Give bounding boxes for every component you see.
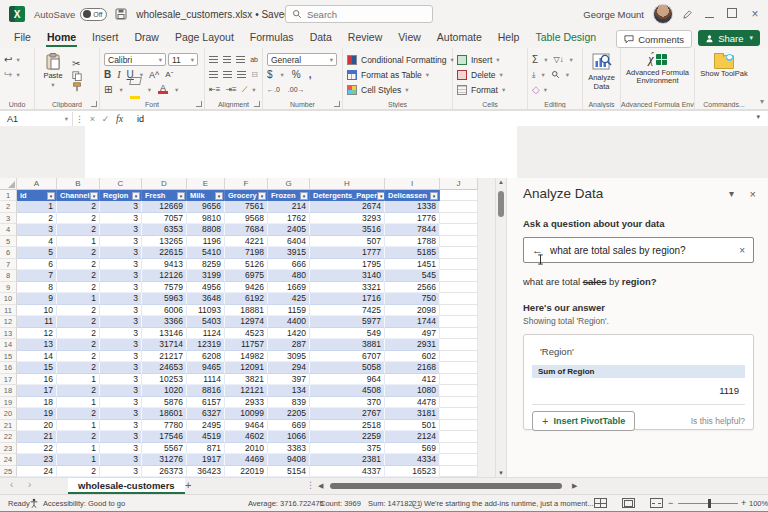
shrink-font-icon[interactable]: Aˇ bbox=[165, 69, 173, 81]
cell[interactable]: 497 bbox=[385, 328, 440, 340]
cell[interactable]: 1 bbox=[57, 374, 100, 386]
restore-icon[interactable] bbox=[725, 7, 739, 21]
empty-cell[interactable] bbox=[440, 328, 478, 340]
paste-dropdown-icon[interactable]: ▾ bbox=[51, 81, 54, 88]
cell[interactable]: 569 bbox=[385, 443, 440, 455]
empty-cell[interactable] bbox=[440, 213, 478, 225]
row-header-2[interactable]: 2 bbox=[0, 201, 17, 213]
empty-cell[interactable] bbox=[440, 316, 478, 328]
ribbon-tab-insert[interactable]: Insert bbox=[84, 28, 126, 48]
cell[interactable]: 1 bbox=[57, 443, 100, 455]
column-header-B[interactable]: B bbox=[57, 178, 100, 190]
currency-dropdown-icon[interactable]: ▾ bbox=[281, 71, 284, 79]
row-header-5[interactable]: 5 bbox=[0, 236, 17, 248]
cell[interactable]: 7780 bbox=[142, 420, 187, 432]
cell[interactable]: 2 bbox=[57, 259, 100, 271]
cell[interactable]: 22 bbox=[17, 443, 57, 455]
pane-collapse-icon[interactable]: ▾ bbox=[729, 188, 734, 199]
format-painter-icon[interactable] bbox=[72, 82, 82, 92]
vertical-scrollbar[interactable]: ▲ ▼ bbox=[495, 178, 506, 477]
bold-icon[interactable]: B bbox=[104, 69, 111, 81]
cell[interactable]: 2933 bbox=[225, 397, 268, 409]
empty-cell[interactable] bbox=[440, 351, 478, 363]
empty-cell[interactable] bbox=[440, 247, 478, 259]
cell[interactable]: 2010 bbox=[225, 443, 268, 455]
row-header-19[interactable]: 19 bbox=[0, 397, 17, 409]
comments-button[interactable]: Comments bbox=[616, 30, 692, 48]
cell[interactable]: 287 bbox=[268, 339, 310, 351]
row-header-13[interactable]: 13 bbox=[0, 328, 17, 340]
filter-dropdown-icon[interactable]: ▾ bbox=[215, 192, 223, 200]
empty-cell[interactable] bbox=[440, 397, 478, 409]
cell[interactable]: 17 bbox=[17, 385, 57, 397]
cell[interactable]: 3383 bbox=[268, 443, 310, 455]
undo-dropdown-icon[interactable]: ▾ bbox=[16, 56, 19, 64]
align-top-icon[interactable] bbox=[209, 56, 218, 64]
name-box-dropdown-icon[interactable]: ▾ bbox=[65, 115, 68, 123]
cell[interactable]: 7844 bbox=[385, 224, 440, 236]
cell[interactable]: 3 bbox=[100, 236, 142, 248]
cell[interactable]: 9656 bbox=[187, 201, 225, 213]
cell[interactable]: 5 bbox=[17, 247, 57, 259]
column-header-I[interactable]: I bbox=[385, 178, 440, 190]
cell[interactable]: 2 bbox=[57, 224, 100, 236]
row-header-16[interactable]: 16 bbox=[0, 362, 17, 374]
conditional-formatting-button[interactable]: Conditional Formatting▾ bbox=[347, 52, 448, 67]
filter-dropdown-icon[interactable]: ▾ bbox=[300, 192, 308, 200]
grow-font-icon[interactable]: A^ bbox=[149, 69, 159, 81]
cell[interactable]: 1669 bbox=[268, 282, 310, 294]
redo-icon[interactable]: ↪ bbox=[4, 69, 12, 81]
cell[interactable]: 1 bbox=[57, 420, 100, 432]
cell[interactable]: 23 bbox=[17, 454, 57, 466]
table-header-cell[interactable]: Channel▾ bbox=[57, 190, 100, 201]
cell[interactable]: 31714 bbox=[142, 339, 187, 351]
cell[interactable]: 9810 bbox=[187, 213, 225, 225]
align-middle-icon[interactable] bbox=[223, 56, 232, 64]
cell[interactable]: 8259 bbox=[187, 259, 225, 271]
cell[interactable]: 9464 bbox=[225, 420, 268, 432]
cell[interactable]: 4337 bbox=[310, 466, 385, 478]
cell[interactable]: 3915 bbox=[268, 247, 310, 259]
wrap-text-icon[interactable]: ab bbox=[250, 54, 258, 66]
empty-cell[interactable] bbox=[440, 362, 478, 374]
empty-cell[interactable] bbox=[440, 259, 478, 271]
ribbon-tab-table-design[interactable]: Table Design bbox=[527, 28, 604, 48]
cell[interactable]: 8816 bbox=[187, 385, 225, 397]
filter-dropdown-icon[interactable]: ▾ bbox=[47, 192, 55, 200]
cell[interactable]: 375 bbox=[310, 443, 385, 455]
table-header-cell[interactable]: Grocery▾ bbox=[225, 190, 268, 201]
cell[interactable]: 3 bbox=[100, 362, 142, 374]
cell[interactable]: 8808 bbox=[187, 224, 225, 236]
empty-cell[interactable] bbox=[440, 282, 478, 294]
border-dropdown-icon[interactable]: ▾ bbox=[119, 86, 122, 94]
cell[interactable]: 21217 bbox=[142, 351, 187, 363]
save-icon[interactable] bbox=[115, 8, 127, 20]
orientation-dropdown-icon[interactable]: ▾ bbox=[252, 86, 255, 94]
cell[interactable]: 4523 bbox=[225, 328, 268, 340]
row-header-11[interactable]: 11 bbox=[0, 305, 17, 317]
cell[interactable]: 10 bbox=[17, 305, 57, 317]
cell[interactable]: 2168 bbox=[385, 362, 440, 374]
cell[interactable]: 501 bbox=[385, 420, 440, 432]
formula-bar-expand-icon[interactable]: ▾ bbox=[756, 113, 760, 121]
cell[interactable]: 19 bbox=[17, 408, 57, 420]
cell[interactable]: 6 bbox=[17, 259, 57, 271]
cell[interactable]: 3 bbox=[100, 454, 142, 466]
empty-cell[interactable] bbox=[440, 293, 478, 305]
cell[interactable]: 2 bbox=[57, 408, 100, 420]
cell[interactable]: 2 bbox=[57, 316, 100, 328]
autosum-dropdown-icon[interactable]: ▾ bbox=[544, 56, 547, 64]
zoom-level[interactable]: 100% bbox=[749, 499, 768, 508]
cell[interactable]: 3 bbox=[100, 339, 142, 351]
number-launcher[interactable] bbox=[334, 101, 340, 107]
font-size-combo[interactable]: 11▾ bbox=[168, 53, 198, 66]
cell[interactable]: 3 bbox=[100, 408, 142, 420]
zoom-out-icon[interactable]: − bbox=[668, 498, 673, 508]
cell[interactable]: 545 bbox=[385, 270, 440, 282]
column-header-C[interactable]: C bbox=[100, 178, 142, 190]
cell[interactable]: 4508 bbox=[310, 385, 385, 397]
cell[interactable]: 412 bbox=[385, 374, 440, 386]
row-header-24[interactable]: 24 bbox=[0, 454, 17, 466]
cell[interactable]: 12669 bbox=[142, 201, 187, 213]
cell[interactable]: 9465 bbox=[187, 362, 225, 374]
